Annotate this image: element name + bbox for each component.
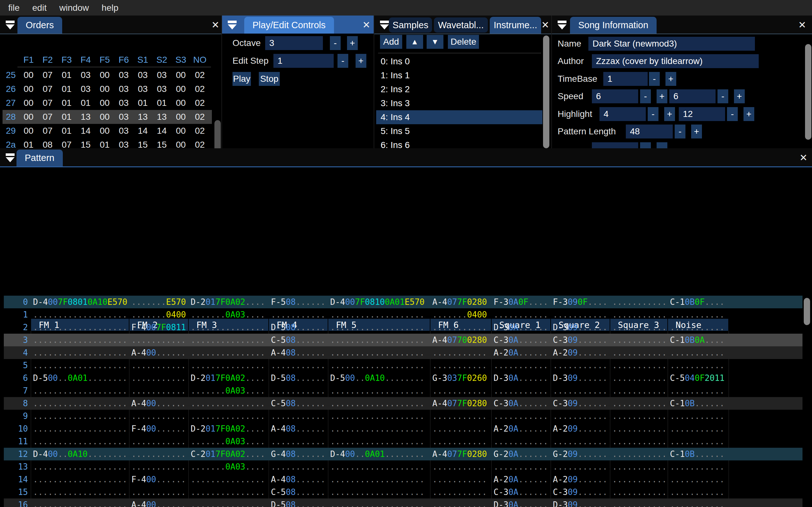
pattern-cell[interactable]: ................... <box>33 359 127 372</box>
orders-cell[interactable]: 01 <box>19 140 38 148</box>
pattern-cell[interactable]: ........... <box>670 359 724 372</box>
pattern-cell[interactable]: ........... <box>612 397 667 410</box>
pattern-row[interactable]: 13.....................................0… <box>4 460 803 473</box>
orders-cell[interactable]: 01 <box>95 140 114 148</box>
pattern-cell[interactable]: ........... <box>432 498 487 507</box>
pattern-cell[interactable]: ........... <box>494 410 548 422</box>
pattern-cell[interactable]: C-30A...... <box>494 334 548 346</box>
pattern-row[interactable]: 2...................F-4007F0811.........… <box>4 321 803 334</box>
orders-cell[interactable]: 02 <box>190 98 209 108</box>
pattern-cell[interactable]: F-3090F.... <box>553 296 607 308</box>
pattern-cell[interactable]: ................... <box>33 321 127 334</box>
samples-close-icon[interactable]: ✕ <box>540 19 551 30</box>
pattern-cell[interactable]: ........... <box>432 435 487 448</box>
pattern-length-minus-button[interactable]: - <box>675 124 686 138</box>
edit-step-input[interactable]: 1 <box>273 54 334 68</box>
pattern-cell[interactable]: ........... <box>612 422 667 435</box>
pattern-cell[interactable]: ................... <box>33 346 127 359</box>
pattern-cell[interactable]: ........... <box>131 486 186 498</box>
pattern-cell[interactable]: ................... <box>33 486 127 498</box>
pattern-row[interactable]: 5.......................................… <box>4 359 803 372</box>
orders-cell[interactable]: 15 <box>76 140 95 148</box>
pattern-cell[interactable]: ................... <box>330 334 424 346</box>
orders-cell[interactable]: 03 <box>133 84 152 94</box>
clipped-plus-button[interactable] <box>657 142 667 148</box>
pattern-cell[interactable]: ........... <box>612 410 667 422</box>
orders-cell[interactable]: 15 <box>133 140 152 148</box>
pattern-cell[interactable]: ........... <box>612 296 667 308</box>
pattern-cell[interactable]: D-2017F0A02.... <box>191 422 265 435</box>
orders-cell[interactable]: 01 <box>76 98 95 108</box>
menu-item-file[interactable]: file <box>8 3 20 13</box>
clipped-input[interactable] <box>592 142 638 148</box>
pattern-cell[interactable]: ........... <box>131 372 186 384</box>
orders-cell[interactable]: 03 <box>114 126 133 136</box>
pattern-cell[interactable]: F-4007F0811 <box>131 321 186 334</box>
pattern-cell[interactable]: ................... <box>330 498 424 507</box>
pattern-cell[interactable]: ................... <box>33 308 127 321</box>
pattern-cell[interactable]: A-4077F0280 <box>432 448 487 460</box>
edit-step-plus-button[interactable]: + <box>356 54 366 68</box>
pattern-cell[interactable]: ........... <box>432 321 487 334</box>
tab-wavetabl[interactable]: Wavetabl... <box>434 17 488 33</box>
orders-row[interactable]: 2600070103000303030002 <box>3 82 212 96</box>
pattern-cell[interactable]: C-309...... <box>553 397 607 410</box>
pattern-cell[interactable]: C-2017F0A02.... <box>191 448 265 460</box>
orders-column-header[interactable]: S2 <box>152 55 171 65</box>
speed2-minus-button[interactable]: - <box>717 89 728 103</box>
pattern-cell[interactable]: ........... <box>670 346 724 359</box>
orders-cell[interactable]: 00 <box>171 140 190 148</box>
orders-cell[interactable]: 02 <box>190 140 209 148</box>
highlight1-plus-button[interactable]: + <box>664 107 675 121</box>
pattern-cell[interactable]: D-500..0A01........ <box>33 372 127 384</box>
orders-cell[interactable]: 03 <box>114 70 133 80</box>
pattern-cell[interactable]: C-10B...... <box>670 448 724 460</box>
instrument-item[interactable]: 2: Ins 2 <box>376 82 542 96</box>
pattern-cell[interactable]: ........... <box>131 384 186 397</box>
pattern-cell[interactable]: D-508...... <box>271 321 325 334</box>
pattern-cell[interactable]: ........... <box>612 435 667 448</box>
pattern-cell[interactable]: ................... <box>33 460 127 473</box>
pattern-cell[interactable]: ........... <box>553 384 607 397</box>
pattern-cell[interactable]: A-209...... <box>553 346 607 359</box>
orders-column-header[interactable]: NO <box>190 55 209 65</box>
tab-play-edit-controls[interactable]: Play/Edit Controls <box>244 17 334 34</box>
pattern-cell[interactable]: ........... <box>670 473 724 486</box>
octave-minus-button[interactable]: - <box>330 36 341 50</box>
orders-cell[interactable]: 00 <box>95 84 114 94</box>
pattern-cell[interactable]: C-10B0F.... <box>670 296 724 308</box>
pattern-cell[interactable]: ........... <box>432 460 487 473</box>
pattern-cell[interactable]: ................... <box>330 435 424 448</box>
collapse-arrow-icon[interactable] <box>379 20 390 30</box>
pattern-cell[interactable]: ........... <box>670 486 724 498</box>
highlight2-minus-button[interactable]: - <box>727 107 738 121</box>
orders-column-header[interactable]: F4 <box>76 55 95 65</box>
pattern-cell[interactable]: ............... <box>191 397 265 410</box>
pattern-cell[interactable]: D-400..0A01........ <box>330 448 424 460</box>
orders-cell[interactable]: 03 <box>76 70 95 80</box>
pattern-cell[interactable]: ........... <box>131 448 186 460</box>
orders-column-header[interactable]: F6 <box>114 55 133 65</box>
orders-cell[interactable]: 00 <box>95 70 114 80</box>
orders-cell[interactable]: 02 <box>190 84 209 94</box>
pattern-cell[interactable]: ........... <box>494 435 548 448</box>
orders-cell[interactable]: 07 <box>38 126 57 136</box>
orders-cell[interactable]: 14 <box>76 126 95 136</box>
pattern-cell[interactable]: ................... <box>33 422 127 435</box>
pattern-cell[interactable]: ................... <box>330 486 424 498</box>
instrument-item[interactable]: 0: Ins 0 <box>376 55 542 68</box>
orders-column-header[interactable]: F5 <box>95 55 114 65</box>
orders-cell[interactable]: 01 <box>152 98 171 108</box>
pattern-cell[interactable]: F-508...... <box>271 296 325 308</box>
orders-cell[interactable]: 01 <box>57 70 76 80</box>
orders-cell[interactable]: 00 <box>19 84 38 94</box>
pattern-cell[interactable]: ........... <box>271 359 325 372</box>
pattern-cell[interactable]: ................... <box>330 346 424 359</box>
orders-cell[interactable]: 07 <box>38 84 57 94</box>
orders-cell[interactable]: 02 <box>190 112 209 122</box>
pattern-cell[interactable]: ........... <box>612 498 667 507</box>
pattern-cell[interactable]: F-400...... <box>131 473 186 486</box>
pattern-cell[interactable]: .......0400 <box>432 308 487 321</box>
orders-row[interactable]: 2700070101000301010002 <box>3 96 212 110</box>
pattern-cell[interactable]: D-30A...... <box>494 498 548 507</box>
